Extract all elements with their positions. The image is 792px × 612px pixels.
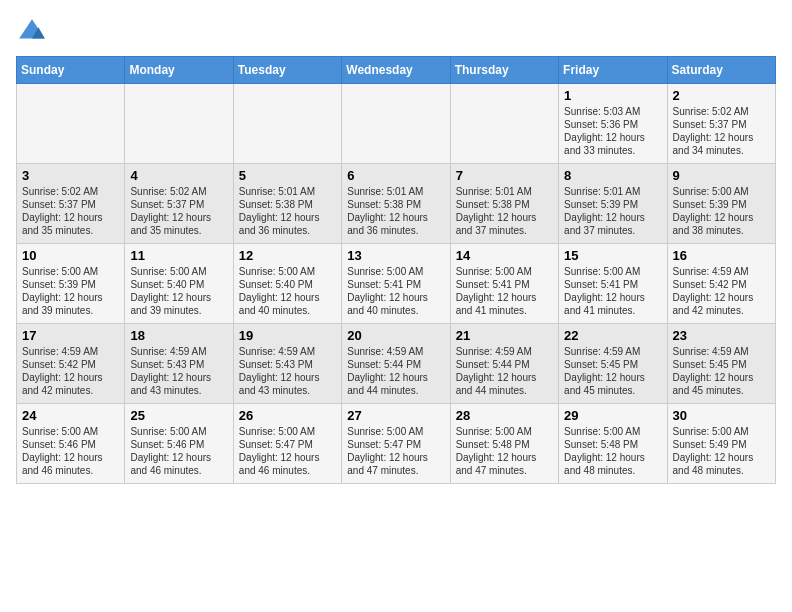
day-info: Sunrise: 4:59 AM Sunset: 5:42 PM Dayligh…: [673, 265, 770, 317]
day-info: Sunrise: 5:00 AM Sunset: 5:39 PM Dayligh…: [22, 265, 119, 317]
calendar-cell: 19Sunrise: 4:59 AM Sunset: 5:43 PM Dayli…: [233, 324, 341, 404]
day-number: 21: [456, 328, 553, 343]
day-info: Sunrise: 5:01 AM Sunset: 5:38 PM Dayligh…: [239, 185, 336, 237]
day-number: 24: [22, 408, 119, 423]
calendar-cell: 13Sunrise: 5:00 AM Sunset: 5:41 PM Dayli…: [342, 244, 450, 324]
day-number: 29: [564, 408, 661, 423]
day-info: Sunrise: 5:00 AM Sunset: 5:41 PM Dayligh…: [564, 265, 661, 317]
day-info: Sunrise: 5:01 AM Sunset: 5:38 PM Dayligh…: [347, 185, 444, 237]
calendar-cell: 11Sunrise: 5:00 AM Sunset: 5:40 PM Dayli…: [125, 244, 233, 324]
calendar-week-4: 17Sunrise: 4:59 AM Sunset: 5:42 PM Dayli…: [17, 324, 776, 404]
calendar-cell: 3Sunrise: 5:02 AM Sunset: 5:37 PM Daylig…: [17, 164, 125, 244]
calendar-cell: 5Sunrise: 5:01 AM Sunset: 5:38 PM Daylig…: [233, 164, 341, 244]
day-info: Sunrise: 5:00 AM Sunset: 5:41 PM Dayligh…: [347, 265, 444, 317]
calendar-cell: 4Sunrise: 5:02 AM Sunset: 5:37 PM Daylig…: [125, 164, 233, 244]
calendar-cell: 9Sunrise: 5:00 AM Sunset: 5:39 PM Daylig…: [667, 164, 775, 244]
calendar-cell: 14Sunrise: 5:00 AM Sunset: 5:41 PM Dayli…: [450, 244, 558, 324]
day-info: Sunrise: 5:03 AM Sunset: 5:36 PM Dayligh…: [564, 105, 661, 157]
day-info: Sunrise: 4:59 AM Sunset: 5:44 PM Dayligh…: [456, 345, 553, 397]
day-info: Sunrise: 5:00 AM Sunset: 5:47 PM Dayligh…: [239, 425, 336, 477]
day-number: 7: [456, 168, 553, 183]
day-number: 28: [456, 408, 553, 423]
calendar-cell: [233, 84, 341, 164]
calendar-cell: 29Sunrise: 5:00 AM Sunset: 5:48 PM Dayli…: [559, 404, 667, 484]
day-number: 25: [130, 408, 227, 423]
day-info: Sunrise: 5:02 AM Sunset: 5:37 PM Dayligh…: [22, 185, 119, 237]
day-info: Sunrise: 5:00 AM Sunset: 5:48 PM Dayligh…: [564, 425, 661, 477]
calendar-cell: 18Sunrise: 4:59 AM Sunset: 5:43 PM Dayli…: [125, 324, 233, 404]
day-info: Sunrise: 5:01 AM Sunset: 5:39 PM Dayligh…: [564, 185, 661, 237]
day-info: Sunrise: 5:00 AM Sunset: 5:47 PM Dayligh…: [347, 425, 444, 477]
day-number: 20: [347, 328, 444, 343]
day-info: Sunrise: 5:02 AM Sunset: 5:37 PM Dayligh…: [130, 185, 227, 237]
calendar-table: SundayMondayTuesdayWednesdayThursdayFrid…: [16, 56, 776, 484]
day-number: 26: [239, 408, 336, 423]
day-info: Sunrise: 5:01 AM Sunset: 5:38 PM Dayligh…: [456, 185, 553, 237]
day-number: 22: [564, 328, 661, 343]
calendar-cell: 24Sunrise: 5:00 AM Sunset: 5:46 PM Dayli…: [17, 404, 125, 484]
day-number: 13: [347, 248, 444, 263]
calendar-cell: 16Sunrise: 4:59 AM Sunset: 5:42 PM Dayli…: [667, 244, 775, 324]
day-number: 9: [673, 168, 770, 183]
day-number: 27: [347, 408, 444, 423]
day-info: Sunrise: 4:59 AM Sunset: 5:45 PM Dayligh…: [673, 345, 770, 397]
weekday-header-wednesday: Wednesday: [342, 57, 450, 84]
calendar-cell: 22Sunrise: 4:59 AM Sunset: 5:45 PM Dayli…: [559, 324, 667, 404]
weekday-header-tuesday: Tuesday: [233, 57, 341, 84]
calendar-cell: [342, 84, 450, 164]
calendar-cell: 23Sunrise: 4:59 AM Sunset: 5:45 PM Dayli…: [667, 324, 775, 404]
calendar-cell: 27Sunrise: 5:00 AM Sunset: 5:47 PM Dayli…: [342, 404, 450, 484]
weekday-header-friday: Friday: [559, 57, 667, 84]
calendar-cell: 6Sunrise: 5:01 AM Sunset: 5:38 PM Daylig…: [342, 164, 450, 244]
day-number: 16: [673, 248, 770, 263]
day-info: Sunrise: 5:00 AM Sunset: 5:40 PM Dayligh…: [239, 265, 336, 317]
day-number: 1: [564, 88, 661, 103]
weekday-header-monday: Monday: [125, 57, 233, 84]
day-number: 10: [22, 248, 119, 263]
calendar-cell: 8Sunrise: 5:01 AM Sunset: 5:39 PM Daylig…: [559, 164, 667, 244]
day-number: 6: [347, 168, 444, 183]
calendar-cell: 7Sunrise: 5:01 AM Sunset: 5:38 PM Daylig…: [450, 164, 558, 244]
calendar-cell: [125, 84, 233, 164]
calendar-cell: 12Sunrise: 5:00 AM Sunset: 5:40 PM Dayli…: [233, 244, 341, 324]
calendar-cell: 10Sunrise: 5:00 AM Sunset: 5:39 PM Dayli…: [17, 244, 125, 324]
day-number: 3: [22, 168, 119, 183]
calendar-week-1: 1Sunrise: 5:03 AM Sunset: 5:36 PM Daylig…: [17, 84, 776, 164]
weekday-header-row: SundayMondayTuesdayWednesdayThursdayFrid…: [17, 57, 776, 84]
day-number: 15: [564, 248, 661, 263]
day-number: 14: [456, 248, 553, 263]
weekday-header-thursday: Thursday: [450, 57, 558, 84]
header: [16, 16, 776, 48]
day-info: Sunrise: 5:00 AM Sunset: 5:40 PM Dayligh…: [130, 265, 227, 317]
day-number: 17: [22, 328, 119, 343]
calendar-cell: 2Sunrise: 5:02 AM Sunset: 5:37 PM Daylig…: [667, 84, 775, 164]
day-number: 8: [564, 168, 661, 183]
day-number: 23: [673, 328, 770, 343]
logo: [16, 16, 52, 48]
calendar-cell: 30Sunrise: 5:00 AM Sunset: 5:49 PM Dayli…: [667, 404, 775, 484]
calendar-cell: [450, 84, 558, 164]
day-info: Sunrise: 4:59 AM Sunset: 5:45 PM Dayligh…: [564, 345, 661, 397]
calendar-week-3: 10Sunrise: 5:00 AM Sunset: 5:39 PM Dayli…: [17, 244, 776, 324]
day-number: 12: [239, 248, 336, 263]
day-info: Sunrise: 5:00 AM Sunset: 5:46 PM Dayligh…: [130, 425, 227, 477]
calendar-cell: 21Sunrise: 4:59 AM Sunset: 5:44 PM Dayli…: [450, 324, 558, 404]
day-info: Sunrise: 4:59 AM Sunset: 5:44 PM Dayligh…: [347, 345, 444, 397]
day-info: Sunrise: 5:00 AM Sunset: 5:48 PM Dayligh…: [456, 425, 553, 477]
weekday-header-sunday: Sunday: [17, 57, 125, 84]
calendar-cell: 15Sunrise: 5:00 AM Sunset: 5:41 PM Dayli…: [559, 244, 667, 324]
calendar-cell: 26Sunrise: 5:00 AM Sunset: 5:47 PM Dayli…: [233, 404, 341, 484]
day-number: 5: [239, 168, 336, 183]
day-info: Sunrise: 5:00 AM Sunset: 5:49 PM Dayligh…: [673, 425, 770, 477]
logo-icon: [16, 16, 48, 48]
day-number: 2: [673, 88, 770, 103]
day-info: Sunrise: 5:00 AM Sunset: 5:39 PM Dayligh…: [673, 185, 770, 237]
day-number: 18: [130, 328, 227, 343]
day-info: Sunrise: 5:00 AM Sunset: 5:46 PM Dayligh…: [22, 425, 119, 477]
day-number: 19: [239, 328, 336, 343]
calendar-cell: [17, 84, 125, 164]
calendar-week-5: 24Sunrise: 5:00 AM Sunset: 5:46 PM Dayli…: [17, 404, 776, 484]
calendar-cell: 20Sunrise: 4:59 AM Sunset: 5:44 PM Dayli…: [342, 324, 450, 404]
calendar-week-2: 3Sunrise: 5:02 AM Sunset: 5:37 PM Daylig…: [17, 164, 776, 244]
calendar-cell: 25Sunrise: 5:00 AM Sunset: 5:46 PM Dayli…: [125, 404, 233, 484]
